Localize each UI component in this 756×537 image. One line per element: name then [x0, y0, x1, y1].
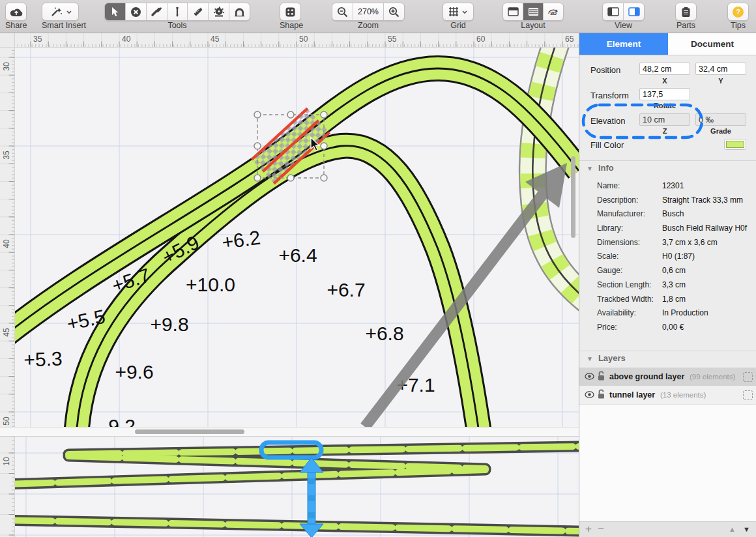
ruler-corner	[0, 33, 15, 48]
add-layer-button[interactable]: +	[585, 523, 592, 536]
info-row: Price:0,00 €	[579, 321, 756, 335]
view-group: View	[602, 3, 645, 31]
info-value: 3,3 cm	[662, 278, 686, 293]
layer-count: (13 elements)	[660, 391, 706, 399]
elevation-profile-canvas[interactable]	[14, 435, 579, 537]
info-label: Scale:	[597, 250, 618, 264]
info-row: Section Length:3,3 cm	[579, 278, 756, 293]
layer-row-above-ground[interactable]: above ground layer (99 elements)	[579, 368, 756, 386]
info-row: Availability:In Production	[579, 306, 756, 321]
move-up-button[interactable]: ▲	[729, 525, 736, 533]
track-plan-canvas[interactable]: +5.9+6.2+6.4+5.7+10.0+6.7+5.5+9.8+5.3+9.…	[14, 47, 579, 427]
position-y-field[interactable]	[695, 63, 746, 75]
tunnel-tool-button[interactable]	[229, 3, 250, 20]
elevation-label: +6.2	[220, 227, 261, 254]
layout-plan-button[interactable]	[503, 3, 523, 20]
share-button[interactable]	[6, 3, 26, 20]
remove-layer-button[interactable]: −	[598, 523, 604, 536]
info-value: 1,8 cm	[662, 293, 686, 307]
info-header[interactable]: ▼Info	[587, 163, 614, 173]
view-right-sidebar-button[interactable]	[624, 3, 644, 20]
info-label: Trackbed Width:	[597, 293, 654, 307]
info-value: 12301	[662, 179, 684, 194]
tips-button[interactable]: ?	[728, 3, 748, 20]
tab-document[interactable]: Document	[668, 33, 756, 55]
tips-label: Tips	[727, 21, 749, 30]
fill-color-label: Fill Color	[590, 140, 624, 150]
info-label: Name:	[597, 179, 620, 194]
layout-list-button[interactable]	[523, 3, 544, 20]
svg-text:40: 40	[122, 35, 131, 44]
grade-field[interactable]	[695, 113, 746, 126]
layout-label: Layout	[502, 21, 564, 30]
fill-color-swatch[interactable]	[724, 139, 746, 150]
layer-select-icon[interactable]	[743, 372, 753, 382]
info-value: Busch	[662, 207, 684, 222]
eyedropper-tool-button[interactable]	[167, 3, 188, 20]
elevation-z-field[interactable]	[639, 113, 690, 126]
smart-insert-group: Smart Insert	[42, 3, 79, 31]
horizontal-scrollbar-thumb[interactable]	[135, 429, 244, 434]
disclosure-triangle-icon: ▼	[587, 355, 593, 362]
info-row: Trackbed Width:1,8 cm	[579, 293, 756, 307]
layout-3d-button[interactable]: 3D	[544, 3, 563, 20]
rotate-field[interactable]	[639, 88, 690, 100]
info-label: Price:	[597, 321, 617, 335]
tab-element[interactable]: Element	[579, 33, 668, 55]
inspector-panel: Element Document Position X Y Transform …	[579, 33, 756, 537]
eye-icon[interactable]	[585, 391, 594, 398]
svg-text:55: 55	[388, 35, 397, 44]
horizontal-scrollbar[interactable]	[0, 427, 579, 437]
info-value: 0,6 cm	[662, 264, 686, 278]
brush-icon	[151, 7, 162, 17]
elevation-drag-arrow[interactable]	[300, 457, 323, 537]
vertical-scrollbar-thumb[interactable]	[571, 156, 575, 238]
svg-text:35: 35	[33, 35, 42, 44]
zoom-value[interactable]: 270%	[353, 3, 384, 20]
circular-saw-icon	[213, 7, 225, 17]
grid-button[interactable]	[443, 3, 473, 20]
cut-tool-button[interactable]	[209, 3, 229, 20]
z-caption: Z	[639, 127, 690, 135]
separator	[579, 160, 756, 161]
zoom-out-button[interactable]	[332, 3, 353, 20]
parts-button[interactable]	[676, 3, 696, 20]
left-panel-icon	[607, 7, 619, 16]
move-down-button[interactable]: ▼	[743, 525, 750, 533]
layer-select-icon[interactable]	[743, 390, 753, 400]
select-tool-button[interactable]	[105, 3, 126, 20]
info-row: Name:12301	[579, 179, 756, 194]
paint-tool-button[interactable]	[147, 3, 167, 20]
chevron-down-icon	[66, 10, 72, 14]
transform-label: Transform	[590, 91, 629, 100]
shape-button[interactable]	[280, 3, 300, 20]
chevron-down-icon	[461, 10, 468, 14]
view-left-sidebar-button[interactable]	[603, 3, 624, 20]
eyedropper-icon	[174, 7, 181, 18]
shape-icon	[285, 7, 296, 18]
layer-name: above ground layer	[609, 372, 684, 381]
smart-insert-button[interactable]	[42, 3, 78, 20]
unlock-icon[interactable]	[597, 371, 605, 381]
layers-list-empty-area	[579, 404, 756, 522]
unlock-icon[interactable]	[597, 389, 605, 399]
position-x-field[interactable]	[639, 63, 690, 75]
svg-text:10: 10	[2, 457, 11, 466]
layer-row-tunnel[interactable]: tunnel layer (13 elements)	[579, 386, 756, 404]
shape-label: Shape	[280, 21, 301, 30]
zoom-in-button[interactable]	[384, 3, 404, 20]
delete-tool-button[interactable]	[126, 3, 147, 20]
svg-text:65: 65	[565, 35, 574, 44]
svg-text:3D: 3D	[550, 10, 557, 16]
elevation-label: Elevation	[590, 116, 625, 126]
horizontal-ruler: 35404550556065	[0, 33, 579, 48]
share-group: Share	[5, 3, 27, 31]
layers-header[interactable]: ▼Layers	[587, 353, 626, 363]
inspector-tabs: Element Document	[579, 33, 756, 55]
eye-icon[interactable]	[585, 373, 594, 380]
elevation-label: 9.2	[108, 415, 136, 428]
elevation-label: +6.7	[327, 279, 365, 300]
parts-label: Parts	[675, 21, 697, 30]
layout-group: 3D Layout	[502, 3, 564, 31]
measure-tool-button[interactable]	[188, 3, 209, 20]
